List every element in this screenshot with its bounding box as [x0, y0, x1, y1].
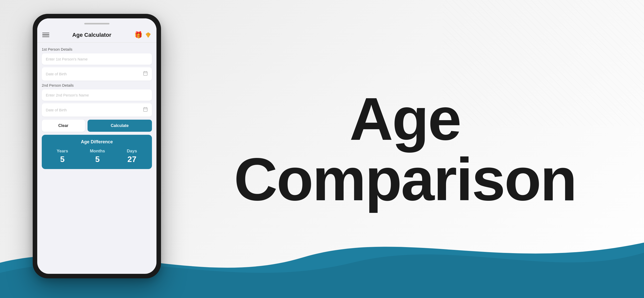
header-icons: 🎁	[134, 31, 151, 39]
person1-dob-placeholder: Date of Birth	[46, 72, 67, 76]
phone-mockup: Age Calculator 🎁 1st Person Details Ent	[33, 14, 161, 278]
hamburger-line1	[42, 33, 49, 34]
days-result: Days 27	[127, 149, 137, 164]
person1-name-placeholder: Enter 1st Person's Name	[46, 57, 88, 61]
main-title: Age Comparison	[234, 89, 576, 210]
results-grid: Years 5 Months 5 Days 27	[46, 149, 148, 164]
status-bar	[37, 18, 156, 29]
title-line2: Comparison	[234, 146, 576, 213]
person1-section-label: 1st Person Details	[42, 47, 152, 51]
days-label: Days	[127, 149, 137, 154]
results-card: Age Difference Years 5 Months 5 Days	[42, 135, 152, 169]
svg-rect-7	[144, 108, 147, 111]
app-content: 1st Person Details Enter 1st Person's Na…	[37, 43, 156, 169]
person2-name-input[interactable]: Enter 2nd Person's Name	[42, 89, 152, 101]
svg-rect-3	[144, 72, 147, 75]
results-title: Age Difference	[46, 139, 148, 145]
app-header: Age Calculator 🎁	[37, 29, 156, 43]
months-label: Months	[90, 149, 105, 154]
years-result: Years 5	[57, 149, 68, 164]
phone-screen: Age Calculator 🎁 1st Person Details Ent	[37, 18, 156, 274]
person2-dob-placeholder: Date of Birth	[46, 108, 67, 112]
app-title: Age Calculator	[72, 32, 111, 38]
calendar-icon-1	[143, 71, 148, 77]
days-value: 27	[128, 155, 137, 164]
hamburger-menu[interactable]	[42, 33, 49, 37]
title-area: Age Comparison	[216, 0, 644, 298]
hamburger-line2	[42, 35, 49, 35]
clear-button[interactable]: Clear	[42, 120, 85, 132]
months-value: 5	[95, 155, 100, 164]
months-result: Months 5	[90, 149, 105, 164]
person2-dob-input[interactable]: Date of Birth	[42, 103, 152, 117]
years-label: Years	[57, 149, 68, 154]
calculate-button[interactable]: Calculate	[88, 120, 152, 132]
person1-name-input[interactable]: Enter 1st Person's Name	[42, 53, 152, 65]
action-buttons: Clear Calculate	[42, 120, 152, 132]
calendar-icon-2	[143, 107, 148, 113]
person2-section-label: 2nd Person Details	[42, 83, 152, 87]
person1-dob-input[interactable]: Date of Birth	[42, 67, 152, 81]
phone-frame: Age Calculator 🎁 1st Person Details Ent	[33, 14, 161, 278]
hamburger-line3	[42, 37, 49, 37]
gift-icon[interactable]: 🎁	[134, 31, 142, 39]
title-line1: Age	[349, 85, 460, 153]
notch-pill	[84, 23, 109, 24]
sketch-icon[interactable]	[145, 32, 151, 38]
person2-name-placeholder: Enter 2nd Person's Name	[46, 93, 89, 97]
years-value: 5	[60, 155, 65, 164]
